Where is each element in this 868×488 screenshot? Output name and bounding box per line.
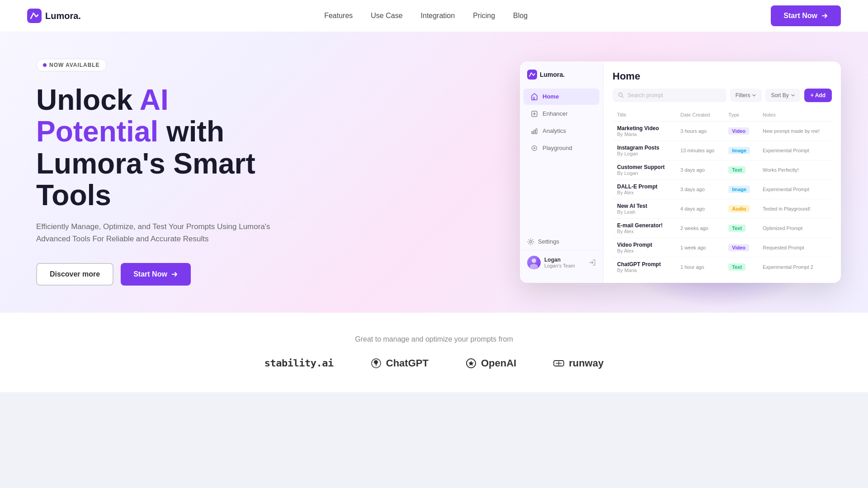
mockup-page-title: Home [613, 70, 832, 82]
settings-label: Settings [538, 238, 559, 245]
mockup-logo-text: Lumora. [540, 71, 565, 78]
row-author: By Alex [617, 229, 671, 234]
mockup-user: Logan Logan's Team [520, 250, 603, 275]
table-row[interactable]: DALL-E Prompt By Alex 3 days ago Image E… [613, 179, 832, 199]
user-info: Logan Logan's Team [544, 257, 585, 268]
arrow-right-icon [821, 12, 828, 19]
enhancer-icon [531, 110, 538, 117]
sort-button[interactable]: Sort By [765, 89, 800, 102]
brand-openai-label: OpenAI [481, 357, 516, 369]
table-row[interactable]: New AI Test By Leah 4 days ago Audio Tes… [613, 199, 832, 218]
nav-cta-button[interactable]: Start Now [771, 5, 841, 26]
svg-rect-0 [27, 9, 42, 23]
table-row[interactable]: E-mail Generator! By Alex 2 weeks ago Te… [613, 218, 832, 238]
type-badge: Image [728, 147, 750, 154]
hero-section: NOW AVAILABLE Unlock AI Potential with L… [0, 32, 868, 313]
hero-title-potential: Potential [36, 115, 158, 148]
search-icon [618, 92, 624, 98]
add-button[interactable]: + Add [804, 89, 832, 102]
chevron-down-sort-icon [791, 93, 795, 98]
type-badge: Text [728, 166, 745, 174]
brand-chatgpt-label: ChatGPT [386, 357, 429, 369]
row-author: By Maria [617, 267, 671, 273]
row-note: Optimized Prompt [758, 218, 832, 238]
nav-link-integration[interactable]: Integration [421, 12, 455, 20]
nav-logo[interactable]: Lumora. [27, 9, 81, 23]
start-now-button[interactable]: Start Now [121, 263, 191, 286]
type-badge: Text [728, 225, 745, 232]
svg-point-9 [530, 240, 532, 243]
start-now-label: Start Now [133, 270, 167, 278]
svg-point-11 [530, 264, 538, 269]
nav-analytics-label: Analytics [542, 127, 566, 134]
table-row[interactable]: Instagram Posts By Logan 13 minutes ago … [613, 141, 832, 160]
home-icon [531, 93, 538, 100]
svg-point-10 [532, 258, 536, 263]
svg-rect-6 [536, 129, 537, 134]
nav-playground-label: Playground [542, 145, 572, 151]
mockup-nav-analytics[interactable]: Analytics [524, 123, 599, 139]
nav-link-blog[interactable]: Blog [513, 12, 528, 20]
brands-section: Great to manage and optimize your prompt… [0, 313, 868, 392]
row-title: E-mail Generator! [617, 222, 671, 229]
filters-label: Filters [736, 92, 750, 99]
openai-icon [465, 357, 477, 370]
type-badge: Video [728, 127, 749, 135]
hero-title-line4: Tools [36, 179, 111, 211]
hero-subtitle: Efficiently Manage, Optimize, and Test Y… [36, 221, 289, 245]
row-note: Experimental Prompt 2 [758, 257, 832, 274]
avatar-placeholder-icon [527, 256, 541, 269]
row-date: 13 minutes ago [676, 141, 724, 160]
table-row[interactable]: Video Prompt By Alex 1 week ago Video Re… [613, 238, 832, 257]
analytics-icon [531, 127, 538, 135]
nav-link-features[interactable]: Features [324, 12, 353, 20]
table-row[interactable]: Customer Support By Logan 3 days ago Tex… [613, 160, 832, 179]
nav-link-pricing[interactable]: Pricing [473, 12, 495, 20]
brand-stability: stability.ai [264, 357, 334, 369]
brands-title: Great to manage and optimize your prompt… [36, 335, 832, 343]
svg-rect-1 [527, 70, 537, 80]
row-note: Experimental Prompt [758, 179, 832, 199]
navbar: Lumora. Features Use Case Integration Pr… [0, 0, 868, 32]
filters-button[interactable]: Filters [730, 89, 762, 102]
row-author: By Logan [617, 151, 671, 156]
brands-logos: stability.ai ChatGPT OpenAI runw [36, 357, 832, 370]
hero-buttons: Discover more Start Now [36, 263, 289, 286]
prompts-table: Title Date Created Type Notes Marketing … [613, 108, 832, 274]
discover-more-button[interactable]: Discover more [36, 263, 113, 286]
badge-text: NOW AVAILABLE [49, 62, 100, 68]
row-note: Requested Prompt [758, 238, 832, 257]
row-date: 3 hours ago [676, 121, 724, 141]
mockup-search-box[interactable]: Search prompt [613, 89, 726, 102]
mockup-nav-playground[interactable]: Playground [524, 140, 599, 156]
brand-openai: OpenAI [465, 357, 516, 370]
row-note: Works Perfectly! [758, 160, 832, 179]
row-title: Instagram Posts [617, 145, 671, 151]
user-team: Logan's Team [544, 263, 585, 268]
table-row[interactable]: ChatGPT Prompt By Maria 1 hour ago Text … [613, 257, 832, 274]
row-title: ChatGPT Prompt [617, 261, 671, 267]
hero-title-ai: AI [140, 84, 169, 116]
nav-link-usecase[interactable]: Use Case [371, 12, 402, 20]
mockup-nav-home[interactable]: Home [524, 89, 599, 105]
svg-point-12 [619, 93, 623, 97]
runway-icon [552, 357, 565, 370]
row-author: By Maria [617, 131, 671, 137]
app-mockup: Lumora. Home Enhancer Analytics [520, 61, 841, 283]
mockup-main: Home Search prompt Filters Sort By + Add [604, 61, 841, 283]
row-date: 3 days ago [676, 160, 724, 179]
row-note: Experimental Prompt [758, 141, 832, 160]
user-avatar [527, 256, 541, 269]
logo-icon [27, 9, 42, 23]
row-title: Marketing Video [617, 125, 671, 131]
row-note: Tested in Playground! [758, 199, 832, 218]
row-author: By Alex [617, 248, 671, 253]
row-date: 1 hour ago [676, 257, 724, 274]
row-title: DALL-E Prompt [617, 183, 671, 190]
brand-runway: runway [552, 357, 604, 370]
mockup-nav-enhancer[interactable]: Enhancer [524, 106, 599, 122]
table-row[interactable]: Marketing Video By Maria 3 hours ago Vid… [613, 121, 832, 141]
logout-icon[interactable] [589, 259, 596, 266]
mockup-settings[interactable]: Settings [520, 234, 603, 250]
col-date: Date Created [676, 108, 724, 122]
